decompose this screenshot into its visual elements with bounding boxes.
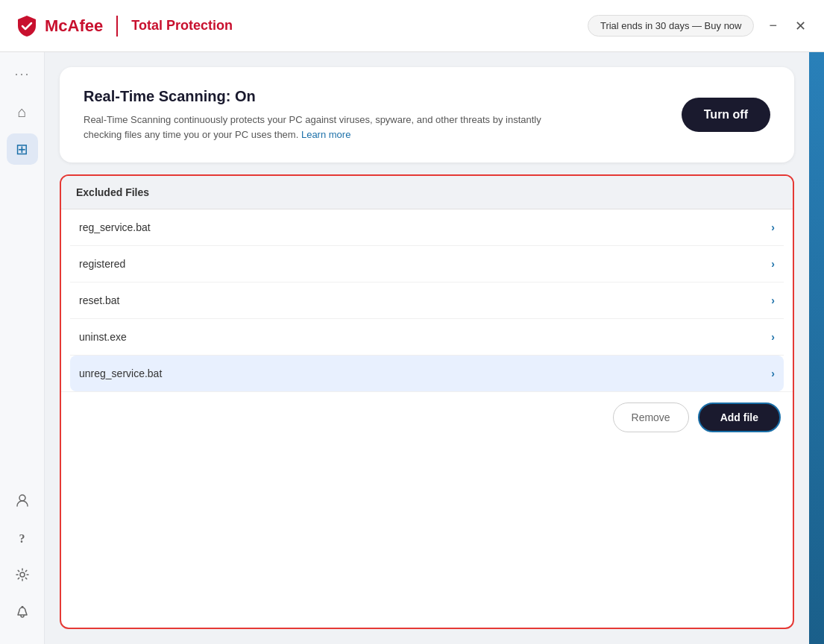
file-name: uninst.exe [79,331,127,343]
help-icon: ? [19,532,25,546]
sidebar-item-account[interactable] [7,486,38,517]
chevron-right-icon: › [771,221,775,233]
content: Real-Time Scanning: On Real-Time Scannin… [45,52,809,644]
right-panel [809,52,824,644]
scanning-card: Real-Time Scanning: On Real-Time Scannin… [60,67,794,162]
scanning-info: Real-Time Scanning: On Real-Time Scannin… [84,88,546,142]
file-item[interactable]: uninst.exe › [70,319,784,356]
file-list-scroll[interactable]: reg_service.bat › registered › reset.bat… [61,209,793,391]
chevron-right-icon: › [771,367,775,379]
file-item[interactable]: registered › [70,246,784,282]
file-list: reg_service.bat › registered › reset.bat… [70,209,784,391]
titlebar: McAfee Total Protection Trial ends in 30… [0,0,824,52]
turn-off-button[interactable]: Turn off [682,98,770,132]
chevron-right-icon: › [771,331,775,343]
file-name: registered [79,258,125,270]
chevron-right-icon: › [771,258,775,270]
sidebar-item-alerts[interactable] [7,598,38,629]
svg-point-1 [20,572,25,577]
sidebar-item-help[interactable]: ? [7,523,38,555]
sidebar: ⋮ ⌂ ⊞ ? [0,52,45,644]
sidebar-item-apps[interactable]: ⊞ [7,133,38,165]
logo-text: McAfee [45,16,103,36]
sidebar-item-settings[interactable] [7,561,38,592]
logo-area: McAfee Total Protection [15,14,233,38]
file-item[interactable]: reset.bat › [70,282,784,319]
sidebar-bottom: ? [7,486,38,629]
chevron-right-icon: › [771,294,775,306]
main-layout: ⋮ ⌂ ⊞ ? [0,52,824,644]
excluded-files-header: Excluded Files [61,176,793,209]
settings-icon [15,567,30,586]
file-item-highlighted[interactable]: unreg_service.bat › [70,356,784,391]
action-row: Remove Add file [61,391,793,443]
alerts-icon [15,604,30,623]
mcafee-shield-icon [15,14,39,38]
minimize-button[interactable]: − [766,15,780,37]
trial-badge[interactable]: Trial ends in 30 days — Buy now [588,15,755,37]
product-name: Total Protection [131,18,233,34]
window-controls: − ✕ [766,15,809,37]
home-icon: ⌂ [17,104,26,121]
remove-button[interactable]: Remove [613,402,689,432]
learn-more-link[interactable]: Learn more [301,129,350,140]
mcafee-logo: McAfee [15,14,103,38]
add-file-button[interactable]: Add file [698,402,781,432]
file-item[interactable]: reg_service.bat › [70,209,784,246]
titlebar-right: Trial ends in 30 days — Buy now − ✕ [588,15,809,37]
account-icon [15,493,30,511]
file-name: unreg_service.bat [79,367,162,379]
scanning-description: Real-Time Scanning continuously protects… [84,113,546,142]
logo-divider [116,16,118,37]
excluded-files-section: Excluded Files reg_service.bat › registe… [60,174,794,629]
sidebar-item-home[interactable]: ⌂ [7,96,38,127]
svg-point-0 [19,495,25,501]
sidebar-dots[interactable]: ⋮ [13,67,31,83]
close-button[interactable]: ✕ [792,15,809,37]
file-name: reset.bat [79,294,119,306]
apps-icon: ⊞ [16,140,28,158]
trial-text: Trial ends in 30 days — Buy now [600,20,742,31]
file-name: reg_service.bat [79,221,151,233]
scanning-title: Real-Time Scanning: On [84,88,546,105]
